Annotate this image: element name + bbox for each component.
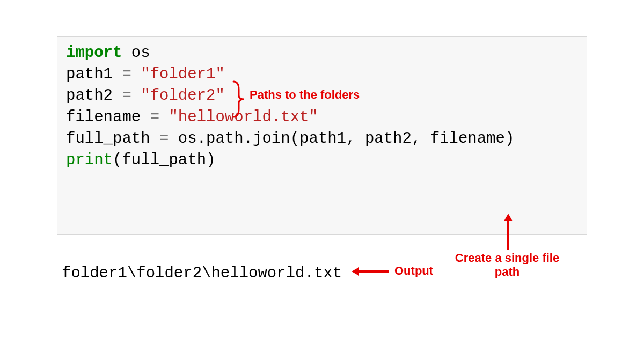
- code-line-3: path1 = "folder1": [66, 64, 578, 85]
- code-block: import os path1 = "folder1" path2 = "fol…: [57, 36, 587, 235]
- keyword-import: import: [66, 44, 122, 62]
- diagram-stage: import os path1 = "folder1" path2 = "fol…: [0, 0, 644, 338]
- op-eq: =: [159, 130, 169, 148]
- op-eq: =: [150, 108, 159, 126]
- module-os: os: [122, 44, 150, 62]
- var-fullpath: full_path: [66, 130, 159, 148]
- annotation-create-path: Create a single file path: [448, 251, 566, 279]
- var-path1: path1: [66, 65, 122, 83]
- op-eq: =: [122, 87, 131, 105]
- var-path2: path2: [66, 87, 122, 105]
- code-line-1: import os: [66, 42, 578, 64]
- arrow-left-icon: [352, 266, 389, 277]
- op-eq: =: [122, 65, 131, 83]
- code-line-5: filename = "helloworld.txt": [66, 107, 578, 128]
- annotation-output: Output: [394, 264, 433, 278]
- svg-marker-1: [504, 214, 513, 221]
- annotation-create-line1: Create a single file: [455, 251, 559, 264]
- brace-icon: [231, 80, 247, 118]
- sp: [131, 87, 141, 105]
- sp: [131, 65, 141, 83]
- annotation-paths: Paths to the folders: [250, 88, 360, 102]
- annotation-create-line2: path: [495, 265, 519, 278]
- code-line-8: print(full_path): [66, 150, 578, 171]
- expr-join: os.path.join(path1, path2, filename): [169, 130, 514, 148]
- print-args: (full_path): [113, 151, 215, 169]
- svg-marker-3: [352, 267, 359, 276]
- arrow-up-icon: [503, 214, 514, 250]
- str-folder2: "folder2": [141, 87, 225, 105]
- output-text: folder1\folder2\helloworld.txt: [62, 263, 342, 284]
- var-filename: filename: [66, 108, 150, 126]
- func-print: print: [66, 151, 113, 169]
- sp: [159, 108, 169, 126]
- str-folder1: "folder1": [141, 65, 225, 83]
- code-line-7: full_path = os.path.join(path1, path2, f…: [66, 128, 578, 150]
